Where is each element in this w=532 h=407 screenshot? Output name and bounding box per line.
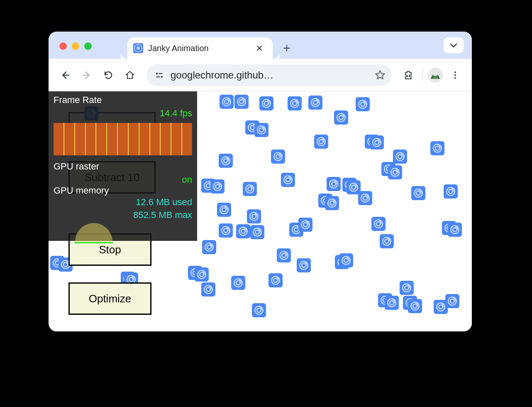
- close-window-button[interactable]: [59, 42, 67, 50]
- chrome-logo-icon: [247, 209, 261, 223]
- svg-point-8: [454, 77, 456, 79]
- svg-point-2: [156, 72, 158, 74]
- chrome-logo-icon: [380, 234, 394, 248]
- svg-point-118: [413, 304, 417, 308]
- svg-point-62: [449, 189, 453, 194]
- address-bar[interactable]: googlechrome.github…: [146, 64, 392, 86]
- svg-point-12: [239, 100, 244, 104]
- svg-point-64: [222, 208, 226, 212]
- gpu-raster-label: GPU raster: [54, 161, 99, 172]
- maximize-window-button[interactable]: [84, 42, 92, 50]
- chrome-logo-icon: [281, 173, 295, 187]
- url-text: googlechrome.github…: [171, 69, 368, 81]
- svg-point-18: [313, 101, 317, 105]
- chrome-logo-icon: [393, 150, 407, 164]
- svg-point-128: [63, 262, 68, 267]
- new-tab-button[interactable]: [278, 40, 295, 56]
- chrome-logo-icon: [430, 141, 444, 155]
- svg-point-6: [454, 71, 456, 73]
- svg-point-76: [241, 229, 245, 233]
- svg-point-1: [137, 47, 140, 50]
- optimize-button[interactable]: Optimize: [68, 282, 151, 315]
- chrome-logo-icon: [334, 110, 348, 125]
- chrome-logo-icon: [271, 150, 285, 164]
- svg-rect-3: [159, 73, 163, 74]
- toolbar-separator: [422, 69, 423, 81]
- chrome-logo-icon: [259, 96, 273, 110]
- rendering-stats-overlay: Frame Rate 14.4 fps GPU raster on: [49, 91, 197, 241]
- chrome-logo-icon: [252, 303, 266, 317]
- home-button[interactable]: [121, 66, 139, 84]
- gpu-memory-max: 852.5 MB max: [54, 209, 192, 222]
- forward-button[interactable]: [78, 66, 96, 84]
- site-settings-icon[interactable]: [152, 68, 166, 82]
- fps-chart: [54, 123, 192, 155]
- toolbar: googlechrome.github…: [49, 59, 472, 91]
- browser-tab[interactable]: Janky Animation: [127, 37, 273, 59]
- tab-close-icon[interactable]: [254, 45, 265, 51]
- svg-point-80: [294, 228, 298, 232]
- chrome-logo-icon: [325, 196, 339, 210]
- tabs-dropdown-button[interactable]: [444, 37, 464, 53]
- svg-point-26: [259, 128, 264, 132]
- chrome-logo-icon: [371, 217, 386, 231]
- chrome-logo-icon: [358, 191, 372, 205]
- extensions-button[interactable]: [399, 66, 417, 84]
- browser-window: Janky Animation googlechr: [49, 32, 472, 331]
- chrome-logo-icon: [202, 240, 216, 254]
- svg-point-7: [454, 74, 456, 76]
- svg-point-54: [351, 185, 356, 189]
- svg-point-36: [398, 154, 402, 159]
- chrome-logo-icon: [254, 123, 268, 137]
- chrome-logo-icon: [356, 97, 370, 111]
- chrome-logo-icon: [231, 276, 245, 290]
- chrome-logo-icon: [445, 294, 459, 308]
- bookmark-star-icon[interactable]: [372, 67, 388, 83]
- chrome-logo-icon: [314, 135, 328, 149]
- gpu-memory-graph: [54, 224, 192, 249]
- tab-favicon: [133, 43, 143, 53]
- chrome-logo-icon: [444, 184, 458, 199]
- chrome-logo-icon: [370, 135, 384, 150]
- svg-point-34: [276, 154, 280, 159]
- svg-point-40: [224, 159, 228, 163]
- svg-point-22: [361, 102, 365, 106]
- svg-point-84: [376, 222, 381, 226]
- window-controls: [59, 42, 92, 50]
- chrome-logo-icon: [195, 267, 209, 282]
- menu-button[interactable]: [446, 66, 464, 84]
- svg-point-32: [375, 140, 379, 145]
- back-button[interactable]: [56, 66, 74, 84]
- svg-point-70: [330, 201, 334, 205]
- reload-button[interactable]: [99, 66, 117, 84]
- svg-point-50: [332, 182, 336, 186]
- tab-strip: Janky Animation: [49, 32, 472, 59]
- svg-point-46: [248, 187, 252, 191]
- page-viewport: Subtract 10 Stop Optimize Frame Rate 14.…: [49, 91, 472, 331]
- svg-point-58: [393, 170, 397, 174]
- fps-value: 14.4 fps: [160, 108, 192, 119]
- svg-point-24: [250, 125, 254, 130]
- svg-point-102: [206, 287, 210, 292]
- svg-rect-5: [156, 76, 160, 77]
- chrome-logo-icon: [388, 165, 402, 179]
- chrome-logo-icon: [339, 253, 353, 267]
- svg-point-122: [450, 299, 454, 303]
- chrome-logo-icon: [298, 218, 312, 232]
- svg-point-72: [363, 196, 367, 200]
- svg-point-48: [286, 178, 290, 182]
- chrome-logo-icon: [234, 95, 249, 109]
- svg-point-82: [303, 223, 307, 227]
- svg-point-16: [293, 101, 297, 105]
- chrome-logo-icon: [448, 223, 462, 237]
- svg-point-78: [255, 230, 259, 234]
- svg-point-92: [207, 245, 211, 249]
- svg-point-4: [161, 76, 163, 77]
- chrome-logo-icon: [268, 273, 283, 287]
- svg-point-138: [302, 263, 306, 267]
- profile-avatar[interactable]: [428, 68, 443, 83]
- optimize-label: Optimize: [89, 292, 132, 305]
- minimize-window-button[interactable]: [72, 42, 79, 50]
- svg-point-86: [385, 239, 389, 243]
- svg-point-106: [273, 278, 278, 282]
